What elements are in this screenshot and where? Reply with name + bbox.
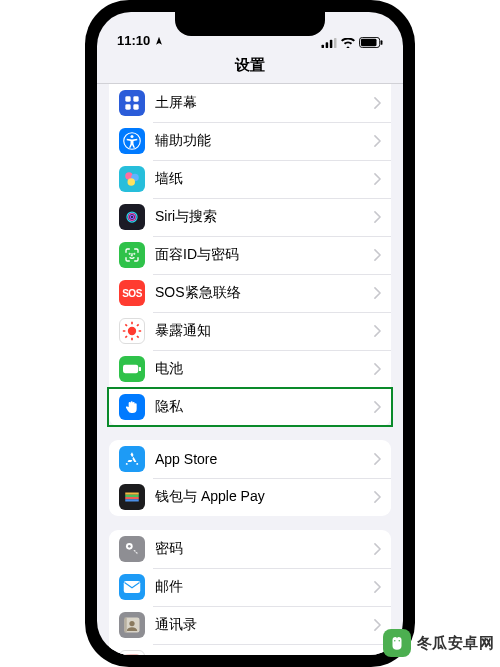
chevron-right-icon bbox=[374, 173, 381, 185]
svg-rect-8 bbox=[133, 96, 138, 101]
watermark-text: 冬瓜安卓网 bbox=[417, 634, 495, 653]
row-label: 墙纸 bbox=[155, 170, 374, 188]
row-label: 密码 bbox=[155, 540, 374, 558]
svg-point-16 bbox=[124, 209, 141, 226]
settings-row-privacy[interactable]: 隐私 bbox=[109, 388, 391, 426]
settings-row-battery[interactable]: 电池 bbox=[109, 350, 391, 388]
exposure-icon bbox=[119, 318, 145, 344]
appstore-icon bbox=[119, 446, 145, 472]
settings-row-faceid[interactable]: 面容ID与密码 bbox=[109, 236, 391, 274]
notch bbox=[175, 12, 325, 36]
chevron-right-icon bbox=[374, 249, 381, 261]
wallpaper-icon bbox=[119, 166, 145, 192]
svg-rect-45 bbox=[125, 618, 127, 633]
location-icon bbox=[154, 36, 164, 46]
settings-row-appstore[interactable]: App Store bbox=[109, 440, 391, 478]
row-label: Siri与搜索 bbox=[155, 208, 374, 226]
settings-row-exposure[interactable]: 暴露通知 bbox=[109, 312, 391, 350]
svg-point-54 bbox=[398, 640, 400, 642]
svg-line-30 bbox=[137, 324, 139, 326]
svg-point-15 bbox=[128, 178, 136, 186]
svg-point-34 bbox=[136, 463, 138, 465]
svg-rect-31 bbox=[123, 365, 138, 373]
svg-line-28 bbox=[137, 336, 139, 338]
faceid-icon bbox=[119, 242, 145, 268]
svg-rect-32 bbox=[139, 367, 141, 371]
chevron-right-icon bbox=[374, 97, 381, 109]
svg-point-21 bbox=[134, 253, 135, 254]
chevron-right-icon bbox=[374, 581, 381, 593]
row-label: 土屏幕 bbox=[155, 94, 374, 112]
chevron-right-icon bbox=[374, 619, 381, 631]
svg-rect-37 bbox=[125, 495, 139, 497]
battery-icon bbox=[359, 37, 383, 48]
svg-rect-1 bbox=[326, 42, 329, 48]
svg-rect-5 bbox=[361, 39, 377, 46]
svg-rect-42 bbox=[124, 581, 141, 593]
chevron-right-icon bbox=[374, 325, 381, 337]
svg-point-53 bbox=[394, 640, 396, 642]
svg-point-22 bbox=[128, 327, 136, 335]
svg-point-12 bbox=[131, 135, 134, 138]
chevron-right-icon bbox=[374, 491, 381, 503]
svg-rect-9 bbox=[125, 104, 130, 109]
svg-rect-6 bbox=[381, 40, 383, 45]
wifi-icon bbox=[341, 38, 355, 48]
chevron-right-icon bbox=[374, 287, 381, 299]
settings-group: 土屏幕辅助功能墙纸Siri与搜索面容ID与密码SOSSOS紧急联络暴露通知电池隐… bbox=[109, 84, 391, 426]
wallet-icon bbox=[119, 484, 145, 510]
svg-point-41 bbox=[128, 545, 131, 548]
row-label: 钱包与 Apple Pay bbox=[155, 488, 374, 506]
screen: 11:10 设置 土屏幕辅助功能墙纸Siri与搜索面容ID与密码SOSSOS紧急… bbox=[97, 12, 403, 655]
watermark: 冬瓜安卓网 bbox=[383, 629, 495, 657]
home-screen-icon bbox=[119, 90, 145, 116]
chevron-right-icon bbox=[374, 543, 381, 555]
row-label: 邮件 bbox=[155, 578, 374, 596]
svg-rect-7 bbox=[125, 96, 130, 101]
chevron-right-icon bbox=[374, 135, 381, 147]
accessibility-icon bbox=[119, 128, 145, 154]
svg-point-44 bbox=[129, 621, 134, 626]
page-title: 设置 bbox=[235, 56, 265, 73]
row-label: 电池 bbox=[155, 360, 374, 378]
settings-row-home-screen[interactable]: 土屏幕 bbox=[109, 84, 391, 122]
svg-rect-10 bbox=[133, 104, 138, 109]
signal-icon bbox=[321, 38, 337, 48]
chevron-right-icon bbox=[374, 211, 381, 223]
row-label: App Store bbox=[155, 451, 374, 467]
svg-rect-2 bbox=[330, 39, 333, 47]
svg-point-20 bbox=[129, 253, 130, 254]
chevron-right-icon bbox=[374, 401, 381, 413]
settings-row-siri[interactable]: Siri与搜索 bbox=[109, 198, 391, 236]
privacy-icon bbox=[119, 394, 145, 420]
calendar-icon: 17 bbox=[119, 650, 145, 655]
settings-row-sos[interactable]: SOSSOS紧急联络 bbox=[109, 274, 391, 312]
svg-rect-3 bbox=[334, 38, 337, 48]
battery-icon bbox=[119, 356, 145, 382]
settings-list[interactable]: 土屏幕辅助功能墙纸Siri与搜索面容ID与密码SOSSOS紧急联络暴露通知电池隐… bbox=[97, 84, 403, 655]
svg-line-27 bbox=[125, 324, 127, 326]
svg-line-29 bbox=[125, 336, 127, 338]
settings-group: 密码邮件通讯录17日历备忘录 bbox=[109, 530, 391, 655]
svg-rect-38 bbox=[125, 497, 139, 499]
settings-row-contacts[interactable]: 通讯录 bbox=[109, 606, 391, 644]
svg-rect-0 bbox=[322, 44, 325, 47]
row-label: 暴露通知 bbox=[155, 322, 374, 340]
phone-frame: 11:10 设置 土屏幕辅助功能墙纸Siri与搜索面容ID与密码SOSSOS紧急… bbox=[85, 0, 415, 667]
settings-row-wallpaper[interactable]: 墙纸 bbox=[109, 160, 391, 198]
mail-icon bbox=[119, 574, 145, 600]
row-label: 辅助功能 bbox=[155, 132, 374, 150]
row-label: 通讯录 bbox=[155, 616, 374, 634]
sos-icon: SOS bbox=[119, 280, 145, 306]
settings-row-accessibility[interactable]: 辅助功能 bbox=[109, 122, 391, 160]
settings-row-wallet[interactable]: 钱包与 Apple Pay bbox=[109, 478, 391, 516]
svg-rect-39 bbox=[125, 499, 139, 501]
settings-row-mail[interactable]: 邮件 bbox=[109, 568, 391, 606]
chevron-right-icon bbox=[374, 363, 381, 375]
svg-point-33 bbox=[126, 463, 128, 465]
row-label: SOS紧急联络 bbox=[155, 284, 374, 302]
settings-row-calendar[interactable]: 17日历 bbox=[109, 644, 391, 655]
row-label: 隐私 bbox=[155, 398, 374, 416]
chevron-right-icon bbox=[374, 453, 381, 465]
settings-row-passwords[interactable]: 密码 bbox=[109, 530, 391, 568]
